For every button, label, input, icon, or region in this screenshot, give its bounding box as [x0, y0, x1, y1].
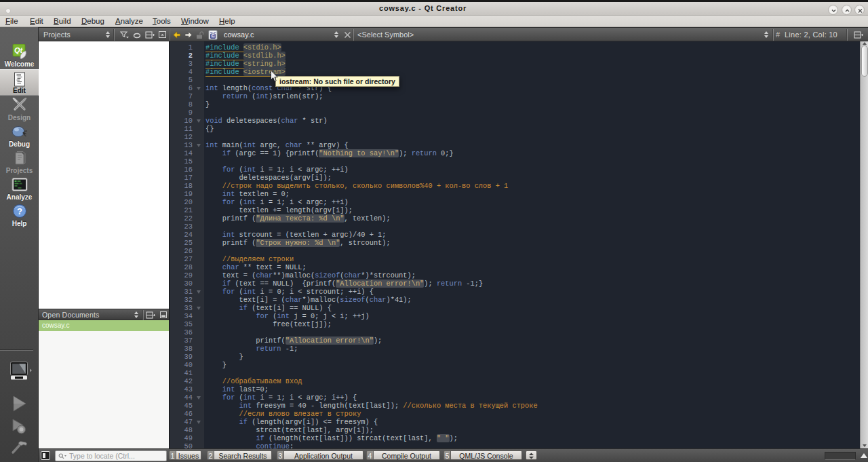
svg-text:?: ? — [17, 206, 22, 216]
svg-text:C: C — [212, 33, 215, 38]
